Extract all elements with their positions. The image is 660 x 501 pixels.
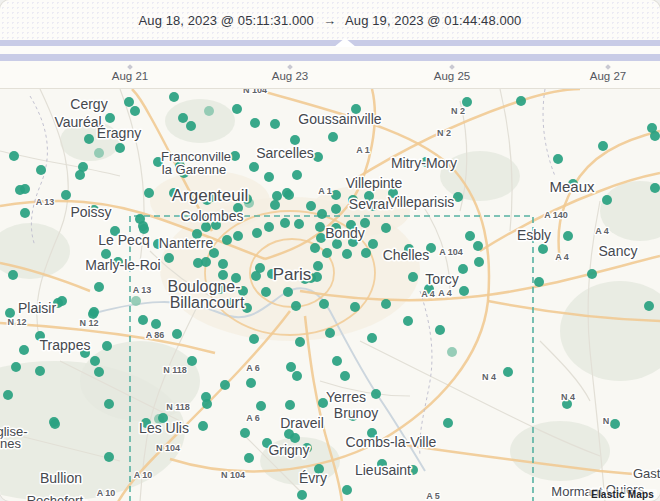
map-point[interactable] bbox=[94, 282, 104, 292]
map-point[interactable] bbox=[459, 286, 469, 296]
map-point[interactable] bbox=[313, 261, 323, 271]
map-point[interactable] bbox=[130, 106, 140, 116]
map-point[interactable] bbox=[244, 453, 254, 463]
map-point[interactable] bbox=[284, 190, 294, 200]
map-point[interactable] bbox=[20, 208, 30, 218]
map-point[interactable] bbox=[19, 345, 29, 355]
map-point[interactable] bbox=[249, 162, 259, 172]
map-point[interactable] bbox=[319, 299, 329, 309]
map-point[interactable] bbox=[264, 172, 274, 182]
map-point[interactable] bbox=[90, 356, 100, 366]
map-point[interactable] bbox=[650, 183, 660, 193]
map-point[interactable] bbox=[331, 204, 341, 214]
map-point[interactable] bbox=[408, 272, 418, 282]
map-point[interactable] bbox=[246, 378, 256, 388]
map-point[interactable] bbox=[250, 118, 260, 128]
map-point[interactable] bbox=[3, 390, 13, 400]
map-point[interactable] bbox=[598, 141, 608, 151]
map-point[interactable] bbox=[286, 362, 296, 372]
map-point[interactable] bbox=[381, 223, 391, 233]
map-point[interactable] bbox=[15, 185, 25, 195]
map-point-light[interactable] bbox=[94, 148, 104, 158]
map-point[interactable] bbox=[317, 209, 327, 219]
map-point[interactable] bbox=[473, 241, 483, 251]
map-point[interactable] bbox=[322, 248, 332, 258]
map-point[interactable] bbox=[361, 248, 371, 258]
map-attribution[interactable]: Elastic Maps bbox=[588, 489, 657, 500]
map-point[interactable] bbox=[563, 231, 573, 241]
map-point[interactable] bbox=[644, 301, 654, 311]
map-point[interactable] bbox=[138, 315, 148, 325]
map-point[interactable] bbox=[453, 192, 463, 202]
map-point[interactable] bbox=[264, 222, 274, 232]
map-point[interactable] bbox=[105, 113, 115, 123]
timeslider-track[interactable] bbox=[0, 54, 660, 61]
map-point[interactable] bbox=[36, 165, 46, 175]
map-point[interactable] bbox=[474, 257, 484, 267]
map-point[interactable] bbox=[240, 428, 250, 438]
map-point[interactable] bbox=[458, 264, 468, 274]
map-point[interactable] bbox=[342, 485, 352, 495]
map-point[interactable] bbox=[465, 231, 475, 241]
map-point[interactable] bbox=[435, 325, 445, 335]
map-point[interactable] bbox=[222, 235, 232, 245]
map-point[interactable] bbox=[443, 418, 453, 428]
map-canvas[interactable]: N 104N 2N 2A 1A 1A 13A 140A 4A 104A 4A 4… bbox=[0, 88, 660, 501]
map-point[interactable] bbox=[270, 119, 280, 129]
map-point[interactable] bbox=[8, 270, 18, 280]
map-point[interactable] bbox=[151, 319, 161, 329]
map-point[interactable] bbox=[11, 362, 21, 372]
map-point[interactable] bbox=[178, 113, 188, 123]
map-point[interactable] bbox=[650, 131, 660, 141]
map-point[interactable] bbox=[294, 219, 304, 229]
map-point[interactable] bbox=[84, 134, 94, 144]
map-point[interactable] bbox=[124, 97, 134, 107]
map-point[interactable] bbox=[292, 170, 302, 180]
map-point[interactable] bbox=[312, 272, 322, 282]
map-point[interactable] bbox=[104, 452, 114, 462]
map-point[interactable] bbox=[371, 389, 381, 399]
map-point[interactable] bbox=[256, 401, 266, 411]
map-point[interactable] bbox=[306, 201, 316, 211]
map-point[interactable] bbox=[187, 356, 197, 366]
map-point[interactable] bbox=[220, 380, 230, 390]
map-point[interactable] bbox=[325, 328, 335, 338]
map-point[interactable] bbox=[350, 302, 360, 312]
map-point[interactable] bbox=[144, 188, 154, 198]
map-point-light[interactable] bbox=[131, 296, 141, 306]
map-point[interactable] bbox=[138, 221, 148, 231]
map-point[interactable] bbox=[172, 329, 182, 339]
map-point[interactable] bbox=[534, 277, 544, 287]
map-point[interactable] bbox=[315, 222, 325, 232]
map-point[interactable] bbox=[283, 287, 293, 297]
map-point[interactable] bbox=[503, 367, 513, 377]
map-point[interactable] bbox=[367, 333, 377, 343]
map-point[interactable] bbox=[272, 191, 282, 201]
map-point[interactable] bbox=[164, 253, 174, 263]
map-point-light[interactable] bbox=[204, 106, 214, 116]
map-point[interactable] bbox=[403, 316, 413, 326]
map-point[interactable] bbox=[232, 104, 242, 114]
map-point[interactable] bbox=[368, 239, 378, 249]
map-point[interactable] bbox=[290, 135, 300, 145]
timeslider-selection-bar[interactable] bbox=[0, 40, 660, 46]
map-point[interactable] bbox=[251, 271, 261, 281]
map-point[interactable] bbox=[35, 366, 45, 376]
map-point[interactable] bbox=[331, 190, 341, 200]
map-point[interactable] bbox=[94, 367, 104, 377]
map-point[interactable] bbox=[516, 96, 526, 106]
map-point[interactable] bbox=[538, 244, 548, 254]
map-point[interactable] bbox=[50, 419, 60, 429]
map-point[interactable] bbox=[249, 334, 259, 344]
map-point[interactable] bbox=[280, 218, 290, 228]
map-point[interactable] bbox=[252, 228, 262, 238]
map-point[interactable] bbox=[218, 259, 228, 269]
map-point[interactable] bbox=[313, 152, 323, 162]
map-point[interactable] bbox=[332, 356, 342, 366]
map-point[interactable] bbox=[75, 170, 85, 180]
map-point[interactable] bbox=[292, 371, 302, 381]
map-point[interactable] bbox=[310, 243, 320, 253]
map-point[interactable] bbox=[9, 151, 19, 161]
map-point[interactable] bbox=[291, 301, 301, 311]
map-point[interactable] bbox=[61, 190, 71, 200]
